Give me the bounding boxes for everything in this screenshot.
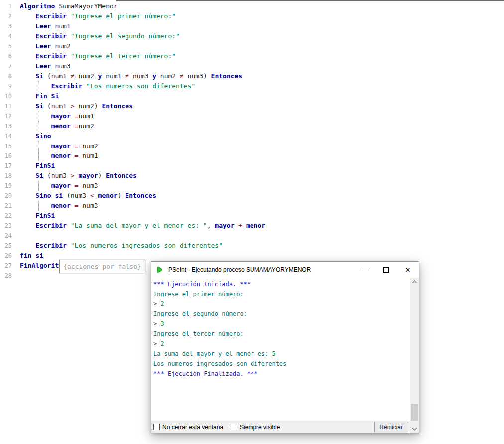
code-line[interactable]: 5 Leer num2 [0, 41, 504, 51]
code-line[interactable]: 9 Escribir "Los numeros son diferentes" [0, 81, 504, 91]
code-line[interactable]: 3 Leer num1 [0, 21, 504, 31]
code-line[interactable]: 2 Escribir "Ingrese el primer número:" [0, 11, 504, 21]
line-number: 14 [0, 131, 12, 141]
console-text-segment: Los numeros ingresados son diferentes [153, 360, 286, 367]
token [20, 132, 35, 140]
token: num2 [55, 42, 70, 50]
code-line[interactable]: 11 Si (num1 > num2) Entonces [0, 101, 504, 111]
scroll-down-button[interactable] [410, 424, 419, 433]
code-line[interactable]: 17 FinSi [0, 161, 504, 171]
code-line[interactable]: 14 Sino [0, 131, 504, 141]
token: ) [98, 172, 106, 179]
code-editor[interactable]: 1Algoritmo SumaMayorYMenor2 Escribir "In… [0, 1, 504, 281]
code-text: Leer num3 [20, 61, 71, 71]
token: Escribir [35, 242, 67, 249]
console-titlebar[interactable]: PSeInt - Ejecutando proceso SUMAMAYORYME… [151, 262, 419, 278]
code-line[interactable]: 16 menor = num1 [0, 151, 504, 161]
code-text: Si (num1 > num2) Entonces [20, 101, 133, 111]
token [67, 32, 71, 40]
token [20, 162, 35, 169]
console-line: Ingrese el primer número: [153, 289, 410, 299]
code-text: Escribir "Ingrese el primer número:" [20, 11, 176, 21]
token: ( [43, 72, 51, 80]
code-line[interactable]: 8 Si (num1 ≠ num2 y num1 ≠ num3 y num2 ≠… [0, 71, 504, 81]
code-line[interactable]: 26fin si [0, 251, 504, 261]
indent-guide [38, 201, 39, 211]
editor-tooltip: {acciones por falso} [59, 260, 145, 273]
console-text-segment: Ingrese el segundo número: [153, 310, 247, 317]
line-number: 3 [0, 21, 12, 31]
code-line[interactable]: 1Algoritmo SumaMayorYMenor [0, 1, 504, 11]
code-line[interactable]: 12 mayor =num1 [0, 111, 504, 121]
token: "La suma del mayor y el menor es: " [71, 222, 207, 229]
code-line[interactable]: 18 Si (num3 > mayor) Entonces [0, 171, 504, 181]
no-close-checkbox[interactable] [153, 424, 160, 430]
console-output[interactable]: *** Ejecución Iniciada. ***Ingrese el pr… [151, 278, 410, 421]
line-number: 2 [0, 11, 12, 21]
console-line: Los numeros ingresados son diferentes [153, 359, 410, 369]
token: Entonces [102, 102, 133, 110]
code-line[interactable]: 19 mayor = num3 [0, 181, 504, 191]
scroll-up-button[interactable] [410, 278, 419, 286]
code-line[interactable]: 24 [0, 231, 504, 241]
token [94, 72, 98, 80]
console-scrollbar[interactable] [410, 278, 419, 433]
token: menor [98, 192, 118, 199]
token: "Ingrese el segundo número:" [71, 32, 180, 40]
token: Leer [35, 62, 51, 70]
token [94, 192, 98, 199]
token [82, 82, 86, 90]
line-number: 28 [0, 271, 12, 281]
token: Leer [35, 22, 51, 30]
line-number: 18 [0, 171, 12, 181]
code-text: menor =num2 [20, 121, 94, 131]
code-line[interactable]: 13 menor =num2 [0, 121, 504, 131]
code-text: Algoritmo SumaMayorYMenor [20, 1, 118, 11]
line-number: 23 [0, 221, 12, 231]
maximize-button[interactable] [375, 262, 397, 278]
line-number: 20 [0, 191, 12, 201]
code-line[interactable]: 25 Escribir "Los numeros ingresados son … [0, 241, 504, 251]
token [20, 92, 35, 100]
token: "Los numeros ingresados son diferentes" [71, 242, 223, 249]
token: Entonces [125, 192, 156, 199]
code-line[interactable]: 21 menor = num3 [0, 201, 504, 211]
token: num1 [55, 22, 70, 30]
code-line[interactable]: 23 Escribir "La suma del mayor y el meno… [0, 221, 504, 231]
token: Si [35, 102, 43, 110]
no-close-checkbox-group[interactable]: No cerrar esta ventana [153, 424, 223, 431]
always-visible-checkbox-group[interactable]: Siempre visible [231, 424, 280, 431]
token [176, 72, 180, 80]
token [20, 212, 35, 219]
code-line[interactable]: 15 mayor = num2 [0, 141, 504, 151]
console-line: > 2 [153, 339, 410, 349]
code-line[interactable]: 4 Escribir "Ingrese el segundo número:" [0, 31, 504, 41]
code-line[interactable]: 10 Fin Si [0, 91, 504, 101]
token: + [238, 222, 242, 229]
close-icon: ✕ [405, 267, 411, 273]
token [71, 122, 75, 130]
line-number: 21 [0, 201, 12, 211]
scrollbar-thumb[interactable] [411, 404, 418, 421]
code-text: mayor = num3 [20, 181, 98, 191]
code-line[interactable]: 22 FinSi [0, 211, 504, 221]
token: SumaMayorYMenor [59, 2, 117, 10]
line-number: 4 [0, 31, 12, 41]
console-text-segment: *** Ejecución Iniciada. *** [153, 281, 251, 288]
code-line[interactable]: 7 Leer num3 [0, 61, 504, 71]
token [20, 22, 35, 30]
token [20, 52, 35, 60]
always-visible-checkbox[interactable] [231, 424, 237, 430]
code-line[interactable]: 20 Sino si (num3 < menor) Entonces [0, 191, 504, 201]
token [20, 62, 35, 70]
close-button[interactable]: ✕ [397, 262, 419, 278]
code-line[interactable]: 6 Escribir "Ingrese el tercer número:" [0, 51, 504, 61]
token [20, 242, 35, 249]
token [20, 82, 51, 90]
token: Leer [35, 42, 51, 50]
minimize-button[interactable] [353, 262, 375, 278]
token: Entonces [106, 172, 137, 179]
token: menor [51, 202, 71, 209]
token: ) [94, 102, 102, 110]
restart-button[interactable]: Reiniciar [374, 422, 408, 432]
